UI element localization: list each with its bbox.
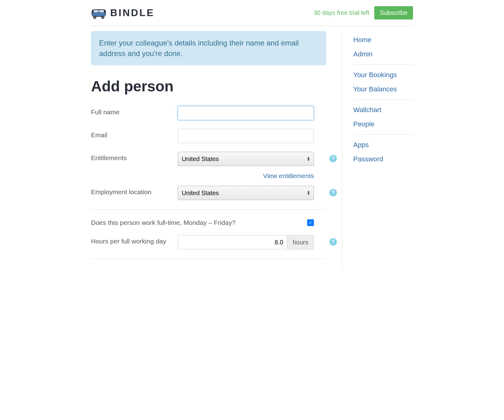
sidebar-group: Your Bookings Your Balances — [353, 71, 413, 100]
sidebar-password[interactable]: Password — [353, 155, 413, 163]
page-title: Add person — [91, 78, 326, 95]
hours-per-day-input[interactable] — [178, 235, 287, 249]
sidebar-people[interactable]: People — [353, 120, 413, 128]
header-right: 30 days free trial left Subscribe — [314, 6, 413, 20]
brand-name: BINDLE — [110, 7, 154, 19]
sidebar-your-balances[interactable]: Your Balances — [353, 85, 413, 93]
email-input[interactable] — [178, 129, 314, 143]
full-name-input[interactable] — [178, 106, 314, 120]
svg-point-7 — [102, 17, 103, 18]
bus-icon: B — [91, 7, 106, 19]
logo[interactable]: B BINDLE — [91, 7, 154, 19]
subscribe-button[interactable]: Subscribe — [374, 6, 413, 20]
sidebar-home[interactable]: Home — [353, 36, 413, 44]
svg-point-5 — [94, 17, 95, 18]
entitlements-label: Entitlements — [91, 152, 178, 162]
help-icon[interactable]: ? — [329, 189, 337, 196]
sidebar-group: Wallchart People — [353, 106, 413, 135]
sidebar-admin[interactable]: Admin — [353, 50, 413, 58]
fulltime-label: Does this person work full-time, Monday … — [91, 219, 236, 226]
main-content: Enter your colleague's details including… — [91, 31, 342, 268]
employment-location-select[interactable]: United States — [178, 186, 314, 200]
employment-location-row: Employment location United States ▲▼ ? — [91, 186, 326, 200]
svg-rect-2 — [93, 10, 98, 12]
email-label: Email — [91, 129, 178, 139]
hours-per-day-row: Hours per full working day hours ? — [91, 235, 326, 249]
full-name-row: Full name — [91, 106, 326, 120]
sidebar-group: Apps Password — [353, 141, 413, 169]
fulltime-row: Does this person work full-time, Monday … — [91, 219, 314, 226]
view-entitlements-link[interactable]: View entitlements — [263, 172, 314, 179]
help-icon[interactable]: ? — [329, 238, 337, 246]
header: B BINDLE 30 days free trial left Subscri… — [91, 6, 413, 26]
help-icon[interactable]: ? — [329, 155, 337, 162]
divider — [91, 209, 326, 210]
entitlements-row: Entitlements United States ▲▼ ? — [91, 152, 326, 166]
sidebar-your-bookings[interactable]: Your Bookings — [353, 71, 413, 79]
sidebar: Home Admin Your Bookings Your Balances W… — [342, 31, 413, 268]
info-alert: Enter your colleague's details including… — [91, 31, 326, 65]
divider — [91, 259, 326, 259]
sidebar-group: Home Admin — [353, 36, 413, 65]
hours-unit-addon: hours — [287, 235, 314, 249]
svg-rect-1 — [92, 12, 105, 16]
svg-rect-3 — [100, 10, 104, 12]
sidebar-wallchart[interactable]: Wallchart — [353, 106, 413, 114]
employment-location-label: Employment location — [91, 186, 178, 196]
trial-status: 30 days free trial left — [314, 9, 369, 16]
sidebar-apps[interactable]: Apps — [353, 141, 413, 149]
svg-text:B: B — [98, 11, 99, 12]
hours-per-day-label: Hours per full working day — [91, 235, 178, 245]
email-row: Email — [91, 129, 326, 143]
fulltime-checkbox[interactable]: ✓ — [307, 219, 314, 226]
full-name-label: Full name — [91, 106, 178, 116]
entitlements-select[interactable]: United States — [178, 152, 314, 166]
